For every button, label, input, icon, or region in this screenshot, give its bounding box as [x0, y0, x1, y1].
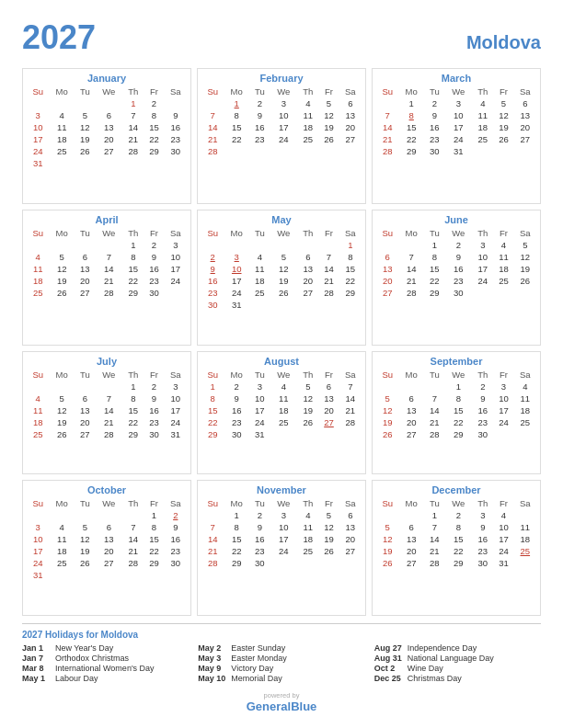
cal-day: 18: [514, 533, 536, 545]
weekday-header-sa: Sa: [514, 85, 536, 97]
cal-day: [493, 428, 513, 440]
cal-day: 29: [398, 145, 424, 157]
weekday-header-mo: Mo: [398, 227, 424, 239]
cal-day: 8: [144, 109, 164, 121]
weekday-header-we: We: [445, 227, 473, 239]
cal-day: 2: [472, 381, 493, 392]
cal-day: 15: [144, 121, 164, 133]
cal-day: 4: [49, 521, 75, 533]
cal-day: 19: [376, 416, 398, 428]
cal-day: [75, 509, 96, 521]
cal-day: [27, 509, 49, 521]
cal-day: 7: [318, 251, 339, 263]
cal-day: 6: [96, 521, 123, 533]
cal-day: [270, 299, 298, 311]
cal-day: 1: [424, 239, 445, 251]
cal-day: 11: [297, 521, 318, 533]
weekday-header-th: Th: [122, 497, 144, 509]
weekday-header-th: Th: [297, 85, 318, 97]
month-block-august: AugustSuMoTuWeThFrSa12345678910111213141…: [197, 351, 366, 475]
cal-day: 14: [424, 404, 445, 416]
holiday-date: May 3: [198, 654, 227, 663]
cal-day: 24: [249, 416, 270, 428]
cal-day: 18: [493, 263, 513, 275]
weekday-header-we: We: [270, 227, 298, 239]
cal-day: 26: [318, 133, 339, 145]
cal-day: [201, 97, 224, 109]
cal-day: 22: [144, 133, 164, 145]
cal-day: 26: [376, 557, 398, 569]
cal-day: 7: [424, 392, 445, 404]
cal-day: 11: [514, 392, 536, 404]
cal-day: 13: [398, 404, 424, 416]
cal-day: [144, 569, 164, 581]
cal-day: [27, 239, 49, 251]
cal-day: [165, 569, 187, 581]
cal-day: 21: [318, 275, 339, 287]
cal-day: 31: [165, 428, 187, 440]
cal-day: [376, 381, 398, 392]
weekday-header-mo: Mo: [49, 85, 75, 97]
cal-day: 14: [201, 533, 224, 545]
calendar-table-december: SuMoTuWeThFrSa12345678910111213141516171…: [376, 497, 536, 569]
cal-day: [249, 145, 270, 157]
cal-day: 29: [339, 287, 362, 299]
cal-day: [297, 145, 318, 157]
weekday-header-we: We: [270, 369, 298, 381]
cal-day: 11: [49, 121, 75, 133]
calendar-table-august: SuMoTuWeThFrSa12345678910111213141516171…: [201, 369, 362, 440]
cal-day: 18: [514, 404, 536, 416]
weekday-header-sa: Sa: [165, 227, 187, 239]
cal-day: 29: [224, 557, 249, 569]
cal-day: 4: [297, 97, 318, 109]
weekday-header-th: Th: [297, 497, 318, 509]
cal-day: 5: [493, 97, 513, 109]
cal-day: 3: [270, 97, 298, 109]
weekday-header-we: We: [96, 369, 123, 381]
weekday-header-tu: Tu: [424, 85, 445, 97]
cal-day: 15: [398, 121, 424, 133]
country-title: Moldova: [466, 32, 541, 53]
cal-day: 10: [27, 533, 49, 545]
cal-day: 9: [201, 263, 224, 275]
cal-day: 18: [270, 404, 298, 416]
cal-day: 26: [376, 428, 398, 440]
cal-day: 9: [224, 392, 249, 404]
weekday-header-su: Su: [376, 85, 398, 97]
cal-day: 26: [493, 133, 513, 145]
cal-day: [270, 428, 298, 440]
holidays-column-col2: May 2Easter SundayMay 3Easter MondayMay …: [198, 643, 364, 684]
cal-day: 13: [297, 263, 318, 275]
brand-name: GeneralBlue: [22, 700, 541, 713]
cal-day: 16: [424, 121, 445, 133]
weekday-header-mo: Mo: [49, 497, 75, 509]
weekday-header-fr: Fr: [318, 85, 339, 97]
cal-day: 13: [75, 404, 96, 416]
cal-day: 22: [224, 133, 249, 145]
calendar-table-january: SuMoTuWeThFrSa12345678910111213141516171…: [27, 85, 187, 169]
cal-day: 3: [270, 509, 298, 521]
cal-day: 30: [165, 557, 187, 569]
cal-day: 4: [297, 509, 318, 521]
holiday-date: Dec 25: [374, 674, 404, 683]
cal-day: 25: [27, 428, 49, 440]
weekday-header-fr: Fr: [318, 227, 339, 239]
holiday-entry: Aug 27Independence Day: [374, 643, 541, 653]
cal-day: 1: [339, 239, 362, 251]
weekday-header-fr: Fr: [144, 227, 164, 239]
cal-day: [249, 299, 270, 311]
holidays-title: 2027 Holidays for Moldova: [22, 630, 541, 640]
month-name-september: September: [376, 356, 536, 367]
cal-day: 16: [144, 263, 164, 275]
cal-day: [339, 557, 362, 569]
cal-day: [339, 299, 362, 311]
weekday-header-su: Su: [201, 497, 224, 509]
cal-day: 28: [122, 557, 144, 569]
weekday-header-tu: Tu: [424, 369, 445, 381]
weekday-header-mo: Mo: [224, 227, 249, 239]
cal-day: [514, 428, 536, 440]
cal-day: [96, 509, 123, 521]
cal-day: 9: [424, 109, 445, 121]
cal-day: 19: [270, 275, 298, 287]
cal-day: 16: [472, 533, 493, 545]
